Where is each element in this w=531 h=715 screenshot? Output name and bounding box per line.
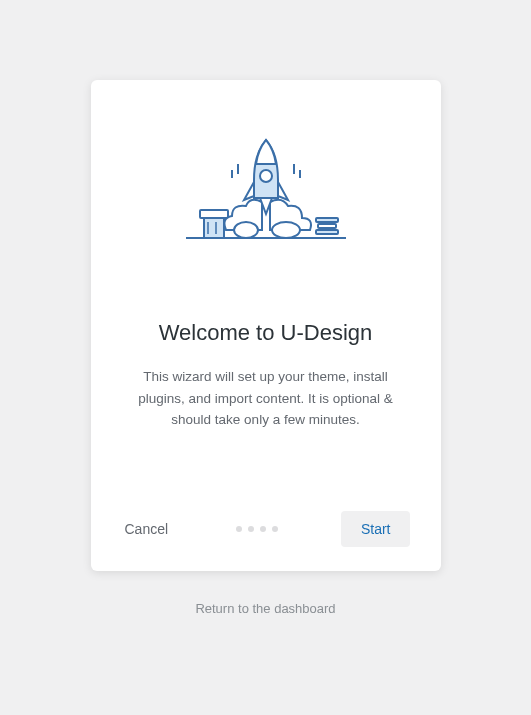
step-dot [248, 526, 254, 532]
wizard-description: This wizard will set up your theme, inst… [121, 366, 411, 431]
step-dot [272, 526, 278, 532]
step-dot [236, 526, 242, 532]
svg-rect-7 [316, 218, 338, 222]
rocket-launch-icon [176, 130, 356, 260]
wizard-title: Welcome to U-Design [121, 320, 411, 346]
step-dot [260, 526, 266, 532]
svg-point-8 [234, 222, 258, 238]
return-to-dashboard-link[interactable]: Return to the dashboard [195, 601, 335, 616]
svg-rect-6 [318, 224, 336, 228]
svg-point-10 [260, 170, 272, 182]
wizard-footer: Cancel Start [121, 511, 411, 547]
svg-rect-1 [204, 216, 224, 238]
rocket-illustration [121, 130, 411, 260]
svg-rect-5 [316, 230, 338, 234]
wizard-card: Welcome to U-Design This wizard will set… [91, 80, 441, 571]
cancel-button[interactable]: Cancel [121, 513, 173, 545]
step-indicator [236, 526, 278, 532]
start-button[interactable]: Start [341, 511, 411, 547]
svg-point-9 [272, 222, 300, 238]
svg-rect-2 [200, 210, 228, 218]
